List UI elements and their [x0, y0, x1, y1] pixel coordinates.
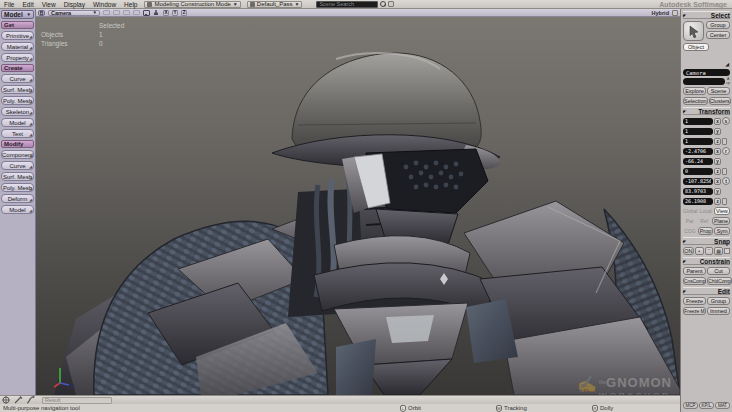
menu-edit[interactable]: Edit [21, 1, 34, 8]
scale-tool-button[interactable]: s [722, 117, 730, 125]
viewport-letter-button[interactable]: B [38, 10, 45, 16]
cnscomp-button[interactable]: CnsComp [683, 277, 706, 285]
sticky-arrow-icon[interactable]: ◤ [683, 289, 686, 294]
button-modify-component[interactable]: Component◢ [1, 150, 34, 159]
mat-toggle-button[interactable]: MAT [715, 402, 730, 409]
select-tool-button[interactable] [683, 21, 704, 41]
memo-cam-button-1[interactable] [103, 10, 110, 15]
rotate-x-axis-button[interactable]: x [714, 148, 721, 155]
ref-local-button[interactable]: Local [698, 208, 712, 214]
translate-y-field[interactable] [683, 188, 713, 195]
button-create-skeleton[interactable]: Skeleton◢ [1, 107, 34, 116]
snap-curve-icon[interactable]: ⌒ [705, 247, 714, 255]
rotate-tool-button[interactable]: r [722, 147, 730, 155]
button-property[interactable]: Property◢ [1, 53, 34, 62]
rotate-z-field[interactable] [683, 168, 713, 175]
edit-group-button[interactable]: Group [707, 297, 730, 305]
ref-global-button[interactable]: Global [683, 208, 697, 214]
scale-lock-icon[interactable] [722, 138, 727, 145]
viewport-resize-icon[interactable] [672, 10, 678, 16]
par-button[interactable]: Par [683, 218, 696, 224]
axis-x-button[interactable]: x [163, 10, 169, 16]
render-pass-dropdown[interactable]: Default_Pass ▼ [247, 1, 303, 8]
section-header-create[interactable]: Create [1, 64, 34, 72]
ref-view-button[interactable]: View [714, 207, 730, 215]
translate-x-field[interactable] [683, 178, 713, 185]
search-options-icon[interactable] [388, 1, 394, 7]
selection-display-field[interactable]: Camera [683, 69, 730, 76]
button-create-curve[interactable]: Curve◢ [1, 74, 34, 83]
snap-on-button[interactable]: ON [683, 247, 694, 255]
clusters-button[interactable]: Clusters [709, 97, 731, 105]
scene-search-input[interactable] [316, 1, 378, 8]
translate-tool-button[interactable]: t [722, 177, 730, 185]
search-icon[interactable] [380, 1, 386, 7]
button-modify-surf-mesh[interactable]: Surf. Mesh◢ [1, 172, 34, 181]
translate-z-axis-button[interactable]: z [714, 198, 721, 205]
scale-y-axis-button[interactable]: y [714, 128, 721, 135]
pen-tool-icon[interactable] [14, 396, 23, 404]
center-button[interactable]: Center [706, 31, 730, 39]
scale-x-axis-button[interactable]: x [714, 118, 721, 125]
visibility-options-icon[interactable] [153, 10, 160, 16]
translate-lock-icon[interactable] [722, 198, 727, 205]
sticky-arrow-icon[interactable]: ◤ [683, 109, 686, 114]
scale-z-axis-button[interactable]: z [714, 138, 721, 145]
parent-button[interactable]: Parent [683, 267, 706, 275]
sticky-arrow-icon[interactable]: ◤ [683, 259, 686, 264]
rotate-lock-icon[interactable] [722, 168, 727, 175]
immed-button[interactable]: Immed [707, 307, 730, 315]
memo-cam-button-3[interactable] [123, 10, 130, 15]
snap-options-box[interactable] [724, 248, 730, 254]
translate-x-axis-button[interactable]: x [714, 178, 721, 185]
ref-button[interactable]: Ref [697, 218, 710, 224]
menu-help[interactable]: Help [123, 1, 138, 8]
memo-cam-button-2[interactable] [113, 10, 120, 15]
sym-button[interactable]: Sym [714, 227, 730, 235]
button-modify-curve[interactable]: Curve◢ [1, 161, 34, 170]
freeze-m-button[interactable]: Freeze M [683, 307, 706, 315]
flyout-arrow-icon[interactable]: ◢ [725, 61, 729, 67]
group-button[interactable]: Group [706, 21, 730, 29]
menu-display[interactable]: Display [63, 1, 86, 8]
button-primitive[interactable]: Primitive◢ [1, 31, 34, 40]
rotate-x-field[interactable] [683, 148, 713, 155]
navigation-tool-icon[interactable] [2, 396, 11, 404]
rotate-y-field[interactable] [683, 158, 713, 165]
chldcomp-button[interactable]: ChldComp [707, 277, 732, 285]
viewport-camera-menu[interactable]: Camera ▼ [48, 10, 100, 16]
menu-view[interactable]: View [41, 1, 57, 8]
button-create-surf-mesh[interactable]: Surf. Mesh◢ [1, 85, 34, 94]
scale-y-field[interactable] [683, 128, 713, 135]
menu-file[interactable]: File [3, 1, 15, 8]
result-field[interactable]: Result [42, 397, 112, 404]
button-modify-model[interactable]: Model◢ [1, 205, 34, 214]
scene-button[interactable]: Scene [707, 87, 730, 95]
viewport-canvas[interactable]: Selected Objects1 Triangles0 z ✍ theGNOM… [36, 17, 680, 395]
curve-tool-icon[interactable] [26, 396, 35, 404]
freeze-button[interactable]: Freeze [683, 297, 706, 305]
button-modify-poly-mesh[interactable]: Poly. Mesh◢ [1, 183, 34, 192]
snap-grid-icon[interactable]: ▦ [714, 247, 723, 255]
mcp-toggle-button[interactable]: MCP [683, 402, 698, 409]
snap-point-icon[interactable]: • [695, 247, 704, 255]
toolbar-mode-menu[interactable]: Model ▼ [1, 10, 34, 19]
button-material[interactable]: Material◢ [1, 42, 34, 51]
selection-button[interactable]: Selection [683, 97, 708, 105]
cog-button[interactable]: COG [683, 228, 697, 234]
display-options-icon[interactable] [143, 10, 150, 16]
axis-y-button[interactable]: y [172, 10, 178, 16]
kpl-toggle-button[interactable]: KP/L [699, 402, 714, 409]
construction-mode-dropdown[interactable]: Modeling Construction Mode ▼ [144, 1, 240, 8]
prop-button[interactable]: Prop [698, 227, 714, 235]
sticky-arrow-icon[interactable]: ◤ [683, 239, 686, 244]
scale-z-field[interactable] [683, 138, 713, 145]
object-filter-button[interactable]: Object [683, 43, 709, 51]
axis-z-button[interactable]: z [181, 10, 187, 16]
cut-button[interactable]: Cut [707, 267, 730, 275]
button-modify-deform[interactable]: Deform◢ [1, 194, 34, 203]
section-header-modify[interactable]: Modify [1, 140, 34, 148]
button-create-poly-mesh[interactable]: Poly. Mesh◢ [1, 96, 34, 105]
selection-extra-field[interactable] [683, 78, 725, 85]
rotate-z-axis-button[interactable]: z [714, 168, 721, 175]
